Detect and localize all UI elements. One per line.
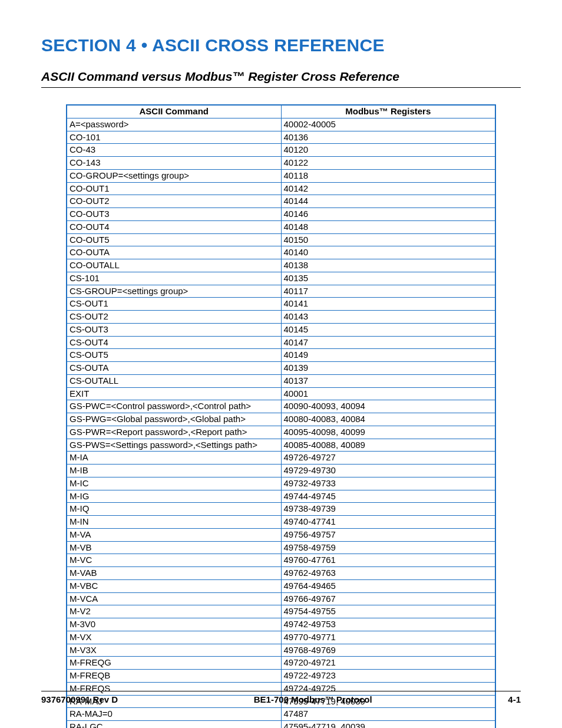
table-row: M-VBC49764-49465 — [67, 579, 495, 592]
ascii-command-cell: M-VAB — [67, 567, 281, 580]
table-row: CO-OUT540150 — [67, 233, 495, 246]
ascii-command-cell: RA-MAJ=0 — [67, 708, 281, 721]
ascii-command-cell: GS-PWS=<Settings password>,<Settings pat… — [67, 439, 281, 452]
modbus-register-cell: 49760-47761 — [281, 554, 495, 567]
table-row: CS-OUT240143 — [67, 311, 495, 324]
ascii-command-cell: M-IQ — [67, 503, 281, 516]
table-row: M-IA49726-49727 — [67, 452, 495, 465]
modbus-register-cell: 40080-40083, 40084 — [281, 413, 495, 426]
ascii-command-cell: M-FREQG — [67, 657, 281, 670]
ascii-command-cell: M-V3X — [67, 644, 281, 657]
table-row: M-IQ49738-49739 — [67, 503, 495, 516]
modbus-register-cell: 40135 — [281, 272, 495, 285]
ascii-command-cell: M-VB — [67, 541, 281, 554]
ascii-command-cell: CO-OUT1 — [67, 182, 281, 195]
modbus-register-cell: 40118 — [281, 169, 495, 182]
table-row: M-VA49756-49757 — [67, 528, 495, 541]
modbus-register-cell: 49770-49771 — [281, 631, 495, 644]
table-row: CS-OUT440147 — [67, 336, 495, 349]
modbus-register-cell: 49754-49755 — [281, 605, 495, 618]
table-row: CO-OUTA40140 — [67, 246, 495, 259]
table-row: CS-OUT540149 — [67, 349, 495, 362]
ascii-command-cell: CO-OUTALL — [67, 259, 281, 272]
table-row: RA-LGC47595-47719, 40039 — [67, 721, 495, 729]
ascii-command-cell: CS-OUTA — [67, 362, 281, 375]
ascii-command-cell: M-VA — [67, 528, 281, 541]
page-footer: 9376700991 Rev D BE1-700 Modbus™ Protoco… — [41, 694, 521, 704]
ascii-command-cell: CS-OUT5 — [67, 349, 281, 362]
modbus-register-cell: 49742-49753 — [281, 618, 495, 631]
footer-center: BE1-700 Modbus™ Protocol — [254, 694, 372, 704]
modbus-register-cell: 40001 — [281, 387, 495, 400]
modbus-register-cell: 49766-49767 — [281, 592, 495, 605]
ascii-command-cell: CO-OUTA — [67, 246, 281, 259]
table-row: CS-OUT340145 — [67, 323, 495, 336]
table-row: CO-14340122 — [67, 157, 495, 170]
modbus-register-cell: 49764-49465 — [281, 579, 495, 592]
modbus-register-cell: 47487 — [281, 708, 495, 721]
ascii-command-cell: CS-GROUP=<settings group> — [67, 285, 281, 298]
modbus-register-cell: 49738-49739 — [281, 503, 495, 516]
ascii-command-cell: M-IB — [67, 465, 281, 477]
ascii-command-cell: GS-PWR=<Report password>,<Report path> — [67, 426, 281, 439]
ascii-command-cell: CS-OUT3 — [67, 323, 281, 336]
footer-left: 9376700991 Rev D — [41, 694, 118, 704]
modbus-register-cell: 40149 — [281, 349, 495, 362]
modbus-register-cell: 49744-49745 — [281, 490, 495, 503]
table-header-modbus: Modbus™ Registers — [281, 105, 495, 118]
ascii-command-cell: CO-143 — [67, 157, 281, 170]
ascii-command-cell: M-3V0 — [67, 618, 281, 631]
section-title: SECTION 4 • ASCII CROSS REFERENCE — [41, 35, 521, 55]
modbus-register-cell: 40139 — [281, 362, 495, 375]
ascii-command-cell: CS-101 — [67, 272, 281, 285]
ascii-command-cell: A=<password> — [67, 118, 281, 131]
modbus-register-cell: 40120 — [281, 144, 495, 157]
modbus-register-cell: 40146 — [281, 208, 495, 221]
table-row: M-FREQG49720-49721 — [67, 657, 495, 670]
ascii-command-cell: RA-LGC — [67, 721, 281, 729]
table-row: CO-OUT440148 — [67, 220, 495, 233]
ascii-command-cell: CS-OUTALL — [67, 374, 281, 387]
ascii-command-cell: GS-PWC=<Control password>,<Control path> — [67, 400, 281, 413]
table-row: M-IC49732-49733 — [67, 477, 495, 490]
modbus-register-cell: 49732-49733 — [281, 477, 495, 490]
ascii-command-cell: M-FREQS — [67, 682, 281, 695]
table-row: CS-OUT140141 — [67, 298, 495, 311]
table-row: CO-OUT140142 — [67, 182, 495, 195]
ascii-command-cell: CO-43 — [67, 144, 281, 157]
footer-right: 4-1 — [508, 694, 521, 704]
modbus-register-cell: 40136 — [281, 131, 495, 144]
ascii-command-cell: CO-101 — [67, 131, 281, 144]
table-row: CS-GROUP=<settings group>40117 — [67, 285, 495, 298]
table-row: GS-PWG=<Global password>,<Global path>40… — [67, 413, 495, 426]
table-row: CO-OUTALL40138 — [67, 259, 495, 272]
ascii-command-cell: M-IG — [67, 490, 281, 503]
modbus-register-cell: 40145 — [281, 323, 495, 336]
table-row: M-VC49760-47761 — [67, 554, 495, 567]
ascii-command-cell: CS-OUT2 — [67, 311, 281, 324]
table-row: CO-GROUP=<settings group>40118 — [67, 169, 495, 182]
subtitle-divider — [41, 87, 521, 88]
table-row: GS-PWC=<Control password>,<Control path>… — [67, 400, 495, 413]
modbus-register-cell: 40090-40093, 40094 — [281, 400, 495, 413]
table-header-ascii: ASCII Command — [67, 105, 281, 118]
table-row: CO-10140136 — [67, 131, 495, 144]
table-row: CO-4340120 — [67, 144, 495, 157]
ascii-command-cell: M-VCA — [67, 592, 281, 605]
ascii-command-cell: CO-GROUP=<settings group> — [67, 169, 281, 182]
modbus-register-cell: 40150 — [281, 233, 495, 246]
modbus-register-cell: 40137 — [281, 374, 495, 387]
modbus-register-cell: 49724-49725 — [281, 682, 495, 695]
cross-reference-table: ASCII Command Modbus™ Registers A=<passw… — [66, 104, 496, 728]
ascii-command-cell: CS-OUT1 — [67, 298, 281, 311]
modbus-register-cell: 49768-49769 — [281, 644, 495, 657]
modbus-register-cell: 49758-49759 — [281, 541, 495, 554]
modbus-register-cell: 47595-47719, 40039 — [281, 721, 495, 729]
document-page: SECTION 4 • ASCII CROSS REFERENCE ASCII … — [0, 0, 562, 728]
modbus-register-cell: 49726-49727 — [281, 452, 495, 465]
modbus-register-cell: 49720-49721 — [281, 657, 495, 670]
ascii-command-cell: CO-OUT4 — [67, 220, 281, 233]
ascii-command-cell: M-VX — [67, 631, 281, 644]
modbus-register-cell: 40122 — [281, 157, 495, 170]
table-row: CS-OUTALL40137 — [67, 374, 495, 387]
